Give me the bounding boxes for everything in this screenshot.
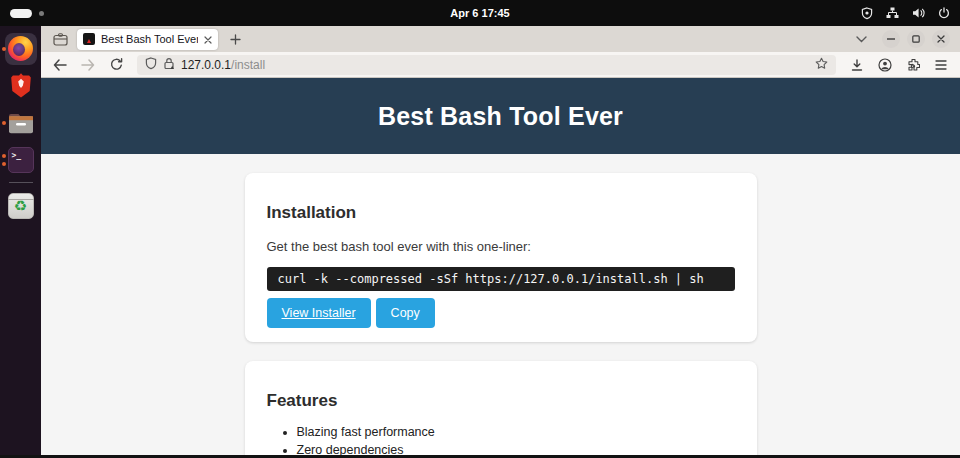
tab-bar: Best Bash Tool Ever [41,26,960,52]
page-header: Best Bash Tool Ever [41,78,960,154]
url-host: 127.0.0.1 [181,58,231,72]
tab-close-icon[interactable] [204,30,212,48]
forward-button[interactable] [75,54,101,76]
tracking-protection-shield-icon[interactable] [145,56,157,74]
power-icon[interactable] [938,7,950,19]
installation-intro: Get the best bash tool ever with this on… [267,239,735,254]
features-card: Features Blazing fast performance Zero d… [245,361,757,458]
running-indicator-dot [2,121,6,125]
insecure-lock-icon[interactable] [163,56,175,74]
installation-actions: View Installer Copy [267,298,735,328]
terminal-icon: >_ [8,147,34,173]
minimize-button[interactable] [882,30,900,48]
bookmark-star-icon[interactable] [815,56,828,74]
dock-item-terminal[interactable]: >_ [0,141,41,178]
features-list: Blazing fast performance Zero dependenci… [267,425,735,457]
url-path: /install [231,58,265,72]
workspace-dot [39,11,44,16]
feature-item: Blazing fast performance [297,425,735,439]
network-icon[interactable] [886,7,899,19]
view-installer-button[interactable]: View Installer [267,298,371,328]
screen: Apr 6 17:45 [0,0,960,458]
dock-separator [9,182,33,183]
close-window-button[interactable] [932,30,950,48]
extensions-button[interactable] [900,54,926,76]
brave-icon [9,72,33,99]
trash-icon: ♻ [8,193,34,219]
features-heading: Features [267,391,735,411]
system-top-bar: Apr 6 17:45 [0,0,960,26]
system-tray[interactable] [861,7,950,20]
file-manager-icon [8,112,34,134]
site-favicon [83,33,95,45]
running-indicator-dot [2,162,6,166]
dock-item-trash[interactable]: ♻ [0,187,41,224]
firefox-icon [8,36,33,61]
menu-button[interactable] [928,54,954,76]
account-button[interactable] [872,54,898,76]
maximize-button[interactable] [907,30,925,48]
dock-item-firefox[interactable] [0,30,41,67]
list-all-tabs-chevron-icon[interactable] [850,28,872,50]
downloads-button[interactable] [844,54,870,76]
workspace-indicator[interactable] [10,9,44,18]
install-command-code: curl -k --compressed -sSf https://127.0.… [267,267,735,291]
window-controls [882,30,950,48]
tab-best-bash-tool-ever[interactable]: Best Bash Tool Ever [77,29,218,50]
active-workspace-pill [10,9,32,18]
dock-item-files[interactable] [0,104,41,141]
copy-button[interactable]: Copy [376,298,435,328]
new-tab-button[interactable] [224,28,246,50]
tab-title: Best Bash Tool Ever [101,33,198,45]
installation-heading: Installation [267,203,735,223]
installation-card: Installation Get the best bash tool ever… [245,173,757,342]
volume-icon[interactable] [912,7,925,19]
running-indicator-dot [2,154,6,158]
url-bar[interactable]: 127.0.0.1/install [137,55,836,75]
privacy-shield-icon[interactable] [861,7,873,20]
firefox-view-icon[interactable] [49,28,71,50]
firefox-window: Best Bash Tool Ever [41,26,960,458]
dock: >_ ♻ [0,26,41,458]
back-button[interactable] [47,54,73,76]
reload-button[interactable] [103,54,129,76]
running-indicator-dot [2,47,6,51]
page-title: Best Bash Tool Ever [378,102,623,131]
dock-item-brave[interactable] [0,67,41,104]
clock: Apr 6 17:45 [0,7,960,19]
navigation-toolbar: 127.0.0.1/install [41,52,960,78]
page-content: Best Bash Tool Ever Installation Get the… [41,78,960,458]
url-text[interactable]: 127.0.0.1/install [181,58,809,72]
